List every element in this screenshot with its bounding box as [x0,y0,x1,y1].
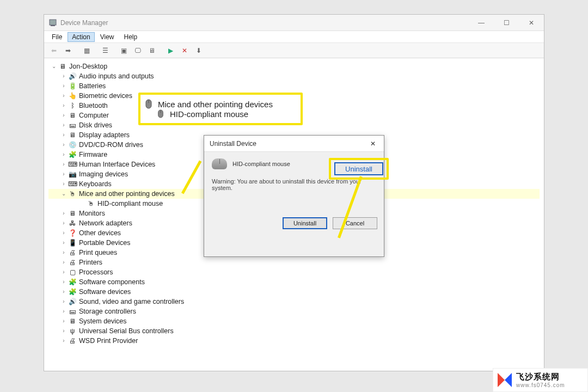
tree-item-label: Other devices [79,228,121,238]
chevron-icon[interactable]: › [60,277,67,287]
tree-item-label: Imaging devices [79,169,128,179]
tree-item-label: Storage controllers [79,307,136,316]
callout-uninstall-button-inner[interactable]: Uninstall [334,162,383,175]
device-category-icon: 💿 [68,140,77,149]
tree-item-label: Printers [79,258,102,267]
mouse-device-icon [212,158,227,169]
device-category-icon: ⌨ [68,180,77,188]
chevron-icon[interactable]: ⌄ [51,62,57,71]
chevron-icon[interactable]: › [60,91,67,101]
tree-item-label: Network adapters [79,218,132,228]
tree-item-system-devices[interactable]: ›🖥System devices [48,316,540,326]
chevron-icon[interactable]: › [60,101,67,111]
uninstall-device-button[interactable]: ✕ [178,45,191,57]
dialog-uninstall-button[interactable]: Uninstall [283,217,327,229]
app-icon [48,19,57,27]
scan-hardware-button[interactable]: 🖵 [131,45,144,57]
disable-device-button[interactable]: ⬇ [192,45,205,57]
arrow-right-icon: ➡ [65,47,71,54]
device-category-icon: 🖥 [68,317,77,326]
device-category-icon: 👆 [68,91,77,100]
chevron-icon[interactable]: › [60,297,67,307]
tree-item-universal-serial-bus-controllers[interactable]: ›ψUniversal Serial Bus controllers [48,326,540,336]
watermark: 飞沙系统网 www.fs0745.com [493,368,588,392]
chevron-icon[interactable]: › [60,130,67,140]
toolbar: ⬅ ➡ ▦ ☰ ▣ 🖵 🖥 ▶ ✕ ⬇ [44,43,544,58]
device-category-icon: 🧩 [68,150,77,159]
device-category-icon: 🖨 [68,336,77,345]
menu-view[interactable]: View [96,32,119,42]
tree-item-storage-controllers[interactable]: ›🖴Storage controllers [48,307,540,316]
tree-item-label: Software components [79,277,145,287]
maximize-button[interactable]: ☐ [494,15,519,31]
tree-item-sound-video-and-game-controllers[interactable]: ›🔊Sound, video and game controllers [48,297,540,307]
chevron-icon[interactable]: › [60,160,67,169]
back-button: ⬅ [47,45,60,57]
svg-rect-0 [50,20,56,25]
chevron-icon[interactable]: › [60,238,67,248]
forward-button[interactable]: ➡ [62,45,75,57]
device-category-icon: 🖱 [68,189,77,198]
chevron-icon[interactable]: › [60,248,67,258]
tree-item-software-devices[interactable]: ›🧩Software devices [48,287,540,297]
dialog-title: Uninstall Device [210,140,256,148]
show-hidden-button[interactable]: ▦ [80,45,93,57]
delete-icon: ✕ [182,47,187,54]
callout-device-label: HID-compliant mouse [170,109,248,119]
device-category-icon: 🖴 [68,121,77,130]
device-category-icon: 🔊 [68,297,77,306]
chevron-icon[interactable]: › [60,326,67,336]
tree-item-audio-inputs-and-outputs[interactable]: ›🔊Audio inputs and outputs [48,71,540,81]
enable-device-button[interactable]: ▶ [164,45,177,57]
tree-item-processors[interactable]: ›▢Processors [48,267,540,277]
chevron-icon[interactable]: › [60,307,67,316]
update-driver-button[interactable]: ▣ [117,45,130,57]
chevron-icon[interactable]: › [60,228,67,238]
chevron-icon[interactable]: › [60,316,67,326]
properties-icon: ☰ [102,47,108,54]
chevron-icon[interactable]: › [60,150,67,160]
chevron-icon[interactable]: › [60,169,67,179]
chevron-icon[interactable]: ⌄ [60,189,67,199]
close-button[interactable]: ✕ [519,15,544,31]
chevron-icon[interactable]: › [60,336,67,346]
tree-item-label: Batteries [79,81,106,91]
chevron-icon[interactable]: › [60,81,67,91]
tree-item-wsd-print-provider[interactable]: ›🖨WSD Print Provider [48,336,540,346]
chevron-icon[interactable]: › [60,111,67,120]
chevron-icon[interactable]: › [60,140,67,150]
tree-item-root[interactable]: ⌄🖥Jon-Desktop [48,62,540,71]
tree-item-printers[interactable]: ›🖨Printers [48,258,540,267]
chevron-icon[interactable]: › [60,71,67,81]
device-category-icon: ❓ [68,229,77,237]
chevron-icon[interactable]: › [60,179,67,189]
menu-file[interactable]: File [47,32,66,42]
chevron-icon[interactable]: › [60,209,67,218]
titlebar[interactable]: Device Manager — ☐ ✕ [44,15,544,31]
device-category-icon: 🖱 [87,199,95,208]
menu-action[interactable]: Action [68,32,94,42]
tree-item-software-components[interactable]: ›🧩Software components [48,277,540,287]
tree-item-label: Computer [79,111,109,120]
device-category-icon: 🖥 [58,62,67,71]
tree-item-batteries[interactable]: ›🔋Batteries [48,81,540,91]
dialog-titlebar[interactable]: Uninstall Device ✕ [204,136,384,152]
callout-mice-category: Mice and other pointing devices HID-comp… [138,93,303,125]
chevron-icon[interactable]: › [60,267,67,277]
update-icon: ▣ [121,47,127,54]
chevron-icon[interactable]: › [60,258,67,267]
menu-help[interactable]: Help [120,32,142,42]
device-category-icon: 🖨 [68,248,77,257]
chevron-icon[interactable]: › [60,218,67,228]
tree-item-label: Biometric devices [79,91,132,101]
display-button[interactable]: 🖥 [145,45,158,57]
chevron-icon[interactable]: › [60,287,67,297]
close-icon: ✕ [370,140,376,148]
device-category-icon: ψ [68,327,77,335]
dialog-cancel-button[interactable]: Cancel [333,217,377,229]
mouse-icon [156,109,166,119]
properties-button[interactable]: ☰ [99,45,112,57]
dialog-close-button[interactable]: ✕ [362,136,384,152]
minimize-button[interactable]: — [469,15,494,31]
chevron-icon[interactable]: › [60,120,67,130]
